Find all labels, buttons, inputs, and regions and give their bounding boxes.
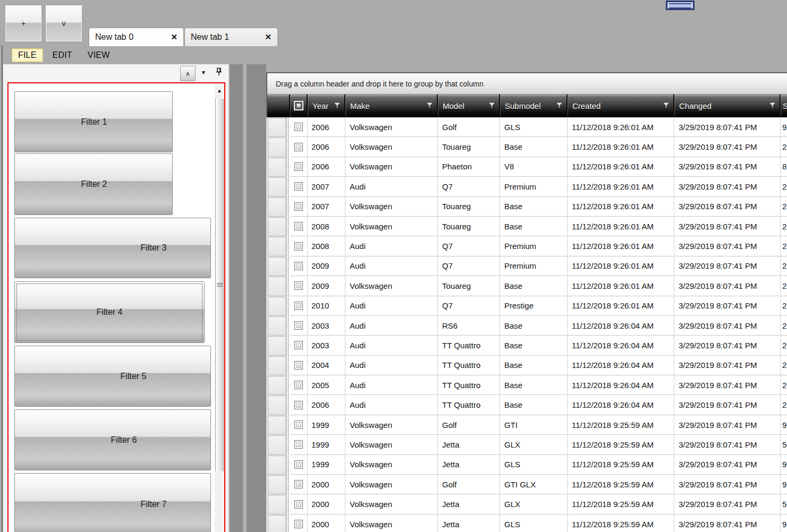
cell-created[interactable]: 11/12/2018 9:26:01 AM xyxy=(568,217,674,236)
cell-changed[interactable]: 3/29/2019 8:07:41 PM xyxy=(674,336,781,355)
filter-funnel-icon[interactable] xyxy=(555,102,563,109)
row-header-cell[interactable] xyxy=(268,356,286,375)
cell-submodel[interactable]: GTI xyxy=(500,415,568,435)
filter-funnel-icon[interactable] xyxy=(768,102,776,109)
tab-close-icon[interactable]: ✕ xyxy=(171,32,183,42)
cell-year[interactable]: 2010 xyxy=(308,296,345,316)
cell-created[interactable]: 11/12/2018 9:25:59 AM xyxy=(568,415,674,435)
cell-created[interactable]: 11/12/2018 9:26:04 AM xyxy=(568,316,674,336)
cell-model[interactable]: Touareg xyxy=(438,217,500,236)
cell-model[interactable]: TT Quattro xyxy=(438,375,500,395)
cell-changed[interactable]: 3/29/2019 8:07:41 PM xyxy=(674,117,781,137)
cell-submodel[interactable]: Base xyxy=(500,336,568,355)
cell-make[interactable]: Volkswagen xyxy=(345,514,438,532)
cell-partial[interactable]: 2 xyxy=(781,356,787,375)
cell-make[interactable]: Volkswagen xyxy=(345,217,438,236)
cell-model[interactable]: Q7 xyxy=(438,256,500,276)
filter-button-1[interactable]: Filter 1 xyxy=(14,91,173,152)
menu-file[interactable]: FILE xyxy=(12,48,43,62)
cell-partial[interactable]: 9 xyxy=(781,514,787,532)
column-header-changed[interactable]: Changed xyxy=(674,95,781,117)
cell-created[interactable]: 11/12/2018 9:26:01 AM xyxy=(568,157,674,177)
cell-make[interactable]: Audi xyxy=(345,356,438,375)
cell-submodel[interactable]: GLS xyxy=(500,455,568,475)
cell-changed[interactable]: 3/29/2019 8:07:41 PM xyxy=(674,256,781,276)
cell-changed[interactable]: 3/29/2019 8:07:41 PM xyxy=(674,356,781,375)
cell-model[interactable]: Golf xyxy=(438,415,500,435)
cell-created[interactable]: 11/12/2018 9:25:59 AM xyxy=(568,514,674,532)
tab-list-button[interactable]: v xyxy=(45,5,82,42)
cell-year[interactable]: 2008 xyxy=(308,236,345,256)
filter-button-4[interactable]: Filter 4 xyxy=(14,281,205,343)
select-all-checkbox[interactable] xyxy=(294,101,303,110)
cell-year[interactable]: 2000 xyxy=(308,494,345,514)
cell-make[interactable]: Audi xyxy=(345,375,438,395)
row-checkbox[interactable] xyxy=(294,281,303,290)
cell-partial[interactable]: 2 xyxy=(781,256,787,276)
cell-model[interactable]: TT Quattro xyxy=(438,336,500,355)
row-checkbox[interactable] xyxy=(294,302,303,310)
cell-submodel[interactable]: Base xyxy=(500,316,568,336)
cell-created[interactable]: 11/12/2018 9:26:01 AM xyxy=(568,177,674,196)
row-header-cell[interactable] xyxy=(268,316,286,336)
cell-year[interactable]: 2006 xyxy=(308,137,345,157)
tab-close-icon[interactable]: ✕ xyxy=(265,32,277,42)
row-header-cell[interactable] xyxy=(268,158,286,177)
cell-year[interactable]: 1999 xyxy=(308,455,345,475)
cell-created[interactable]: 11/12/2018 9:25:59 AM xyxy=(568,494,674,514)
cell-created[interactable]: 11/12/2018 9:25:59 AM xyxy=(568,475,674,494)
row-checkbox[interactable] xyxy=(294,321,303,330)
cell-changed[interactable]: 3/29/2019 8:07:41 PM xyxy=(674,197,781,217)
cell-partial[interactable]: 2 xyxy=(781,197,787,217)
row-checkbox[interactable] xyxy=(294,222,303,230)
cell-make[interactable]: Volkswagen xyxy=(345,455,438,475)
row-header-cell[interactable] xyxy=(268,495,286,514)
cell-partial[interactable]: 2 xyxy=(781,137,787,157)
row-header-cell[interactable] xyxy=(268,217,286,236)
cell-partial[interactable]: 5 xyxy=(781,435,787,454)
filter-funnel-icon[interactable] xyxy=(662,102,670,109)
cell-partial[interactable]: 9 xyxy=(781,117,787,137)
cell-created[interactable]: 11/12/2018 9:26:01 AM xyxy=(568,236,674,256)
pane-splitter[interactable] xyxy=(229,64,266,532)
cell-created[interactable]: 11/12/2018 9:26:01 AM xyxy=(568,197,674,217)
cell-created[interactable]: 11/12/2018 9:26:01 AM xyxy=(568,117,674,137)
row-checkbox[interactable] xyxy=(294,202,303,211)
cell-make[interactable]: Audi xyxy=(345,296,438,316)
scrollbar-up-arrow-icon[interactable]: ▲ xyxy=(215,83,224,98)
cell-changed[interactable]: 3/29/2019 8:07:41 PM xyxy=(674,236,781,256)
row-header-cell[interactable] xyxy=(268,396,286,415)
cell-changed[interactable]: 3/29/2019 8:07:41 PM xyxy=(674,494,781,514)
cell-submodel[interactable]: GLX xyxy=(500,435,568,454)
cell-year[interactable]: 2006 xyxy=(308,395,345,415)
row-checkbox[interactable] xyxy=(294,520,303,528)
cell-partial[interactable]: 2 xyxy=(781,296,787,316)
cell-model[interactable]: Jetta xyxy=(438,514,500,532)
cell-make[interactable]: Volkswagen xyxy=(345,276,438,296)
cell-year[interactable]: 2003 xyxy=(308,316,345,336)
cell-changed[interactable]: 3/29/2019 8:07:41 PM xyxy=(674,375,781,395)
cell-submodel[interactable]: Premium xyxy=(500,236,568,256)
column-header-partial[interactable]: S xyxy=(781,95,787,117)
row-checkbox[interactable] xyxy=(294,242,303,251)
menu-edit[interactable]: EDIT xyxy=(47,49,78,62)
cell-model[interactable]: Q7 xyxy=(438,177,500,196)
cell-model[interactable]: Q7 xyxy=(438,236,500,256)
cell-model[interactable]: Jetta xyxy=(438,455,500,475)
cell-make[interactable]: Audi xyxy=(345,177,438,196)
row-header-cell[interactable] xyxy=(268,118,286,137)
filter-button-5[interactable]: Filter 5 xyxy=(14,346,211,407)
filter-button-2[interactable]: Filter 2 xyxy=(14,153,173,215)
cell-make[interactable]: Audi xyxy=(345,395,438,415)
cell-year[interactable]: 2005 xyxy=(308,375,345,395)
pin-icon[interactable] xyxy=(215,67,223,76)
cell-make[interactable]: Audi xyxy=(345,256,438,276)
cell-make[interactable]: Volkswagen xyxy=(345,137,438,157)
row-checkbox[interactable] xyxy=(294,460,303,469)
row-header-cell[interactable] xyxy=(268,416,286,435)
row-header-cell[interactable] xyxy=(268,456,286,475)
cell-changed[interactable]: 3/29/2019 8:07:41 PM xyxy=(674,455,781,475)
cell-changed[interactable]: 3/29/2019 8:07:41 PM xyxy=(674,217,781,236)
cell-changed[interactable]: 3/29/2019 8:07:41 PM xyxy=(674,415,781,435)
cell-model[interactable]: Touareg xyxy=(438,137,500,157)
